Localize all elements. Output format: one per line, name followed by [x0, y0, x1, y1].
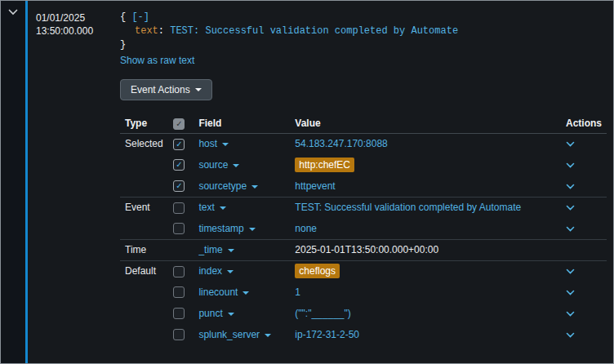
caret-down-icon [251, 185, 258, 189]
field-value-cell: TEST: Successful validation completed by… [290, 197, 556, 218]
chevron-down-icon [566, 269, 575, 274]
event-actions-label: Event Actions [131, 84, 190, 95]
field-group-label [120, 303, 171, 324]
field-checkbox-cell [171, 303, 194, 324]
caret-down-icon [227, 270, 234, 273]
fields-table-body: Selected✓host54.183.247.170:8088✓sourceh… [120, 133, 607, 345]
field-select-checkbox[interactable]: ✓ [173, 159, 185, 171]
event-timestamp: 01/01/2025 13:50:00.000 [28, 1, 113, 363]
field-value-cell: ("":"______") [290, 303, 556, 324]
event-actions-button[interactable]: Event Actions [120, 79, 212, 100]
field-actions-toggle[interactable] [566, 162, 575, 168]
caret-down-icon [265, 334, 271, 337]
field-name-dropdown[interactable]: _time [198, 244, 234, 255]
field-name-cell: sourcetype [194, 175, 290, 197]
field-actions-toggle[interactable] [566, 141, 575, 147]
header-value: Value [290, 114, 556, 133]
field-name-dropdown[interactable]: index [198, 265, 234, 277]
field-actions-toggle[interactable] [566, 332, 575, 338]
field-value[interactable]: ip-172-31-2-50 [295, 329, 359, 340]
field-actions-cell [556, 324, 607, 345]
event-time: 13:50:00.000 [36, 24, 110, 38]
event-expand-toggle[interactable] [8, 9, 18, 16]
field-actions-cell [556, 260, 607, 282]
field-name-dropdown[interactable]: punct [198, 308, 234, 319]
field-value[interactable]: TEST: Successful validation completed by… [295, 202, 521, 213]
field-name-cell: host [194, 133, 290, 154]
field-select-checkbox[interactable] [173, 286, 185, 298]
header-field: Field [194, 114, 290, 133]
field-select-checkbox[interactable] [173, 308, 185, 319]
field-name-dropdown[interactable]: sourcetype [198, 180, 258, 192]
chevron-down-icon [566, 226, 575, 232]
field-actions-cell [556, 197, 607, 218]
field-group-label: Default [120, 260, 171, 282]
fields-table-header-row: Type ✓ Field Value Actions [120, 114, 607, 133]
field-name-dropdown[interactable]: text [198, 202, 225, 213]
field-name-cell: text [194, 197, 290, 218]
field-name-cell: linecount [194, 282, 290, 303]
field-actions-toggle[interactable] [566, 226, 575, 232]
field-select-checkbox[interactable] [173, 202, 185, 214]
field-select-checkbox[interactable]: ✓ [173, 139, 185, 150]
field-actions-cell [556, 154, 607, 175]
field-value[interactable]: ("":"______") [295, 308, 350, 319]
field-actions-toggle[interactable] [566, 205, 575, 211]
event-json: { [-] text: TEST: Successful validation … [120, 11, 607, 52]
select-all-checkbox[interactable]: ✓ [173, 118, 185, 130]
field-name-dropdown[interactable]: linecount [198, 286, 249, 298]
field-name-dropdown[interactable]: host [198, 138, 229, 149]
field-select-checkbox[interactable] [173, 329, 185, 340]
event-details-panel: 01/01/2025 13:50:00.000 { [-] text: TEST… [0, 0, 614, 364]
field-actions-cell [556, 175, 607, 197]
field-actions-cell [556, 239, 607, 260]
field-value-cell: httpevent [290, 175, 556, 197]
field-name-dropdown[interactable]: splunk_server [198, 329, 271, 340]
chevron-down-icon [566, 332, 575, 338]
field-select-checkbox[interactable]: ✓ [173, 180, 185, 192]
field-select-checkbox[interactable] [173, 266, 185, 277]
field-actions-toggle[interactable] [566, 184, 575, 189]
field-value[interactable]: httpevent [295, 180, 335, 192]
field-value[interactable]: 1 [295, 286, 300, 298]
field-value[interactable]: cheflogs [295, 264, 340, 278]
field-checkbox-cell [171, 260, 194, 282]
header-type: Type [120, 114, 171, 133]
field-name-dropdown[interactable]: source [198, 159, 239, 171]
caret-down-icon [195, 88, 202, 91]
chevron-down-icon [566, 290, 575, 295]
field-actions-toggle[interactable] [566, 311, 575, 317]
field-group-label [120, 324, 171, 345]
field-select-checkbox[interactable] [173, 223, 185, 234]
field-row-_time: Time_time2025-01-01T13:50:00.000+00:00 [120, 239, 607, 260]
json-open-brace: { [120, 11, 126, 23]
caret-down-icon [228, 313, 234, 316]
field-name-cell: _time [194, 239, 290, 260]
field-group-label: Selected [120, 133, 171, 154]
chevron-down-icon [566, 184, 575, 189]
field-name-cell: splunk_server [194, 324, 290, 345]
field-name-cell: punct [194, 303, 290, 324]
chevron-down-icon [566, 311, 575, 317]
field-group-label [120, 282, 171, 303]
chevron-down-icon [566, 141, 575, 147]
caret-down-icon [228, 249, 234, 252]
field-name-dropdown[interactable]: timestamp [198, 223, 255, 234]
field-actions-toggle[interactable] [566, 269, 575, 274]
field-value[interactable]: 54.183.247.170:8088 [295, 138, 387, 149]
field-value[interactable]: http:chefEC [295, 158, 354, 172]
field-value[interactable]: none [295, 223, 317, 234]
field-actions-toggle[interactable] [566, 290, 575, 295]
event-main: { [-] text: TEST: Successful validation … [113, 1, 613, 363]
field-checkbox-cell: ✓ [171, 133, 194, 154]
field-name-cell: timestamp [194, 218, 290, 239]
show-as-raw-text-link[interactable]: Show as raw text [120, 55, 194, 66]
chevron-down-icon [566, 162, 575, 168]
field-value-cell: none [290, 218, 556, 239]
field-row-punct: punct("":"______") [120, 303, 607, 324]
header-checkbox-cell: ✓ [171, 114, 194, 133]
json-collapse-toggle[interactable]: [-] [131, 11, 149, 23]
field-row-index: Defaultindexcheflogs [120, 260, 607, 282]
field-name-cell: source [194, 154, 290, 175]
field-group-label: Event [120, 197, 171, 218]
